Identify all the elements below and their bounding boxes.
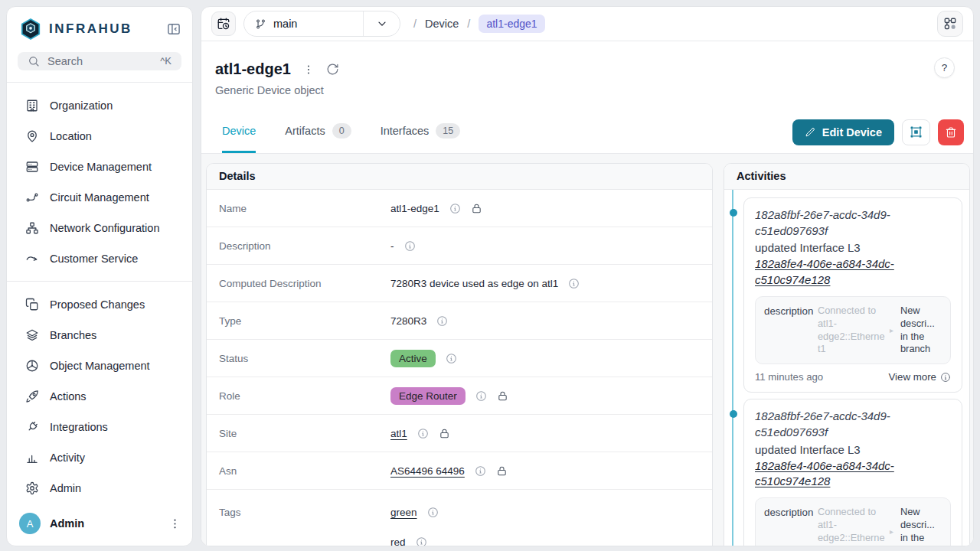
sidebar-item[interactable]: Network Configuration <box>13 213 186 243</box>
branch-selector[interactable]: main <box>243 11 400 37</box>
activities-panel: Activities 182a8fbf-26e7-acdc-34d9-c51ed… <box>724 163 970 546</box>
activity-action: updated Interface L3 <box>755 241 951 254</box>
detail-value: atl1 <box>390 428 450 439</box>
page-header: atl1-edge1 Generic Device object ? <box>201 41 973 111</box>
details-panel: Details Name atl1-edge1 Description <box>206 163 713 546</box>
sidebar-collapse-icon[interactable] <box>166 21 181 37</box>
activity-footer: 11 minutes ago View more <box>755 371 951 383</box>
trash-icon <box>945 126 957 139</box>
breadcrumb: / Device / atl1-edge1 <box>413 15 545 33</box>
tab[interactable]: Device <box>222 111 256 153</box>
tab-label: Artifacts <box>285 125 325 137</box>
detail-row: Asn AS64496 64496 <box>207 452 712 490</box>
sidebar-item[interactable]: Actions <box>13 381 186 412</box>
search-input[interactable]: Search ^K <box>18 52 181 70</box>
delete-device-button[interactable] <box>938 119 964 145</box>
detail-row: Site atl1 <box>207 415 712 452</box>
sidebar-item[interactable]: Organization <box>13 90 186 121</box>
time-travel-button[interactable] <box>211 11 236 36</box>
sidebar-item[interactable]: Object Management <box>13 350 186 381</box>
view-more-link[interactable]: View more <box>888 371 951 383</box>
activity-diff: description Connected to atl1-edge2::Eth… <box>755 497 951 546</box>
sidebar-item[interactable]: Integrations <box>13 412 186 442</box>
activity-card: 182a8fbf-26e7-acdc-34d9-c51ed097693f upd… <box>743 399 962 546</box>
diff-arrow-icon: ▸ <box>890 325 896 335</box>
detail-row-tags: Tags green red <box>207 490 712 546</box>
sidebar-item[interactable]: Proposed Changes <box>13 289 186 320</box>
sidebar-item[interactable]: Activity <box>13 442 186 473</box>
detail-row: Description - <box>207 227 712 265</box>
breadcrumb-section[interactable]: Device <box>425 18 459 30</box>
tag-item: green <box>390 507 439 518</box>
calendar-clock-icon <box>217 17 230 31</box>
page-subtitle: Generic Device object <box>215 84 958 96</box>
info-icon[interactable] <box>417 428 429 439</box>
help-button[interactable]: ? <box>934 57 955 78</box>
info-icon[interactable] <box>449 203 461 214</box>
sidebar-item-label: Branches <box>50 329 96 341</box>
diff-new-value: New descri... in the branch <box>900 506 942 546</box>
tab[interactable]: Interfaces 15 <box>381 111 461 153</box>
main-panel: main / Device / atl1-edge1 atl1-edge1 <box>201 6 974 546</box>
branch-dropdown-toggle[interactable] <box>364 18 400 30</box>
sidebar-item[interactable]: Device Management <box>13 152 186 182</box>
info-icon[interactable] <box>416 536 427 546</box>
user-name: Admin <box>50 517 84 530</box>
sidebar-item-label: Actions <box>50 390 87 403</box>
lock-icon <box>496 465 508 477</box>
breadcrumb-current[interactable]: atl1-edge1 <box>479 15 544 33</box>
info-icon[interactable] <box>446 353 457 364</box>
sidebar-item[interactable]: Branches <box>13 320 186 350</box>
info-icon[interactable] <box>568 278 580 289</box>
sidebar-item-label: Network Configuration <box>50 222 159 234</box>
tag-link[interactable]: red <box>390 536 406 546</box>
detail-value: Edge Router <box>390 387 508 405</box>
sidebar-item[interactable]: Admin <box>13 473 186 504</box>
detail-value-text: 7280R3 device used as edge on atl1 <box>390 278 558 289</box>
detail-label: Type <box>219 315 390 327</box>
detail-label: Asn <box>219 465 390 477</box>
schema-graph-button[interactable] <box>937 11 963 37</box>
sidebar-nav-primary: Organization Location Device Management … <box>7 82 192 274</box>
activity-target-link[interactable]: 182a8fe4-406e-a684-34dc-c510c974e128 <box>755 458 951 490</box>
activity-diff: description Connected to atl1-edge2::Eth… <box>755 296 951 365</box>
sidebar-nav-secondary: Proposed Changes Branches Object Managem… <box>7 282 192 504</box>
tab[interactable]: Artifacts 0 <box>285 111 351 153</box>
sidebar-item[interactable]: Customer Service <box>13 243 186 274</box>
sidebar-item[interactable]: Location <box>13 121 186 152</box>
detail-value: AS64496 64496 <box>390 465 508 477</box>
info-icon[interactable] <box>436 315 448 327</box>
refresh-icon[interactable] <box>326 63 339 76</box>
breadcrumb-separator: / <box>467 18 470 30</box>
user-row: A Admin <box>7 504 192 546</box>
info-icon[interactable] <box>427 507 439 518</box>
sidebar-item[interactable]: Circuit Management <box>13 182 186 213</box>
detail-value-text: Edge Router <box>390 387 466 405</box>
activity-author-id: 182a8fbf-26e7-acdc-34d9-c51ed097693f <box>755 409 951 440</box>
object-menu-kebab-icon[interactable] <box>302 64 315 76</box>
manage-groups-button[interactable] <box>902 119 930 145</box>
avatar[interactable]: A <box>19 513 41 534</box>
tabs-row: Device Artifacts 0 Interfaces 15 E <box>201 111 973 154</box>
info-icon[interactable] <box>404 240 416 252</box>
activity-action: updated Interface L3 <box>755 443 951 456</box>
detail-value-text[interactable]: AS64496 64496 <box>390 465 465 477</box>
info-icon[interactable] <box>475 390 487 402</box>
detail-label: Role <box>219 390 390 402</box>
handshake-icon <box>25 252 39 266</box>
detail-value-text[interactable]: atl1 <box>390 428 407 439</box>
user-menu-kebab-icon[interactable] <box>168 517 181 530</box>
search-placeholder: Search <box>47 55 83 67</box>
timeline-dot-icon <box>730 410 737 418</box>
tag-link[interactable]: green <box>390 507 417 518</box>
details-rows: Name atl1-edge1 Description - <box>207 190 712 490</box>
detail-value-text: atl1-edge1 <box>390 203 439 214</box>
sidebar-item-label: Object Management <box>50 360 150 372</box>
info-icon[interactable] <box>475 465 486 477</box>
detail-row: Status Active <box>207 340 712 377</box>
edit-device-button[interactable]: Edit Device <box>792 119 894 145</box>
detail-row: Computed Description 7280R3 device used … <box>207 265 712 302</box>
circuit-icon <box>25 191 39 204</box>
diff-old-value: Connected to atl1-edge2::Ethernet1 <box>818 305 885 357</box>
activity-target-link[interactable]: 182a8fe4-406e-a684-34dc-c510c974e128 <box>755 256 951 288</box>
